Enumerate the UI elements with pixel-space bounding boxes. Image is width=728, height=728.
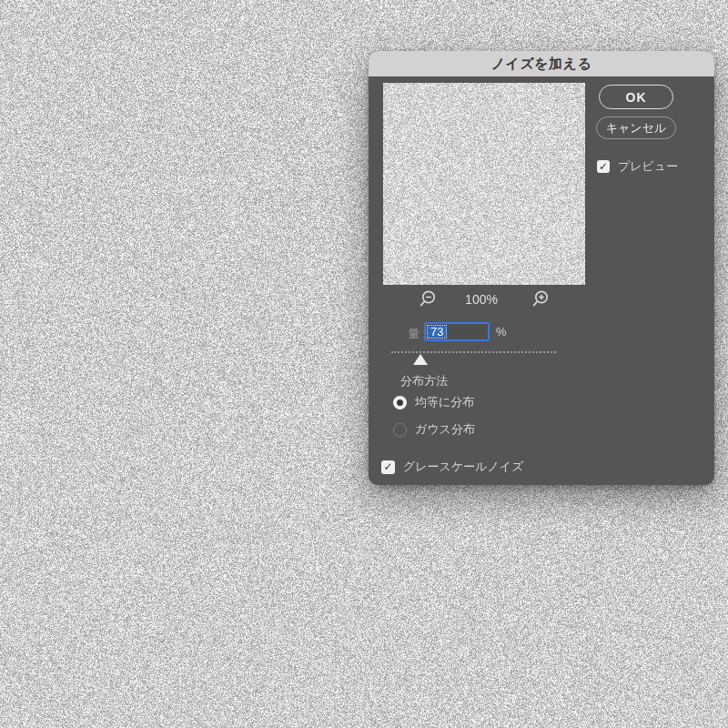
photoshop-canvas-area: ノイズを加える OK キャンセル ✓ プレビュー 100% 量 : 73 % — [0, 0, 728, 728]
check-icon: ✓ — [383, 460, 392, 473]
cancel-button[interactable]: キャンセル — [596, 116, 676, 139]
zoom-level-label: 100% — [453, 292, 510, 307]
uniform-radio-label: 均等に分布 — [415, 394, 474, 410]
amount-value: 73 — [427, 325, 447, 339]
gaussian-radio-label: ガウス分布 — [415, 421, 475, 438]
monochromatic-checkbox[interactable]: ✓ — [381, 460, 395, 474]
preview-checkbox-label: プレビュー — [618, 158, 678, 175]
zoom-in-icon[interactable] — [531, 289, 551, 309]
check-icon: ✓ — [599, 160, 608, 173]
noise-preview-image[interactable] — [383, 83, 585, 285]
gaussian-radio[interactable] — [393, 423, 407, 437]
add-noise-dialog: ノイズを加える OK キャンセル ✓ プレビュー 100% 量 : 73 % — [369, 51, 714, 485]
preview-checkbox-row: ✓ プレビュー — [597, 158, 678, 175]
amount-unit-label: % — [496, 325, 507, 339]
gaussian-distribution-row: ガウス分布 — [393, 421, 475, 438]
preview-checkbox[interactable]: ✓ — [597, 160, 610, 173]
amount-slider-thumb[interactable] — [413, 354, 428, 365]
monochromatic-checkbox-label: グレースケールノイズ — [403, 459, 523, 475]
uniform-radio[interactable] — [393, 396, 407, 410]
distribution-section-label: 分布方法 — [400, 373, 448, 389]
amount-input[interactable]: 73 — [424, 322, 490, 341]
ok-button[interactable]: OK — [599, 85, 673, 109]
dialog-titlebar[interactable]: ノイズを加える — [369, 51, 714, 76]
monochromatic-checkbox-row: ✓ グレースケールノイズ — [381, 459, 523, 475]
zoom-out-icon[interactable] — [418, 289, 438, 309]
amount-slider-track[interactable] — [391, 351, 556, 353]
uniform-distribution-row: 均等に分布 — [393, 394, 474, 410]
